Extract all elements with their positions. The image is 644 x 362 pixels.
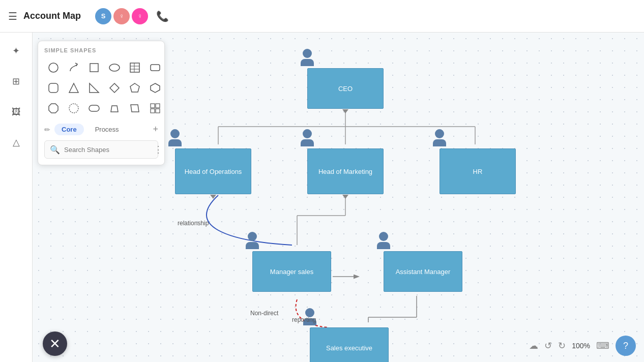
shape-hexagon[interactable] <box>146 79 164 97</box>
svg-marker-31 <box>131 105 139 112</box>
avatar-1: ♀ <box>113 8 130 24</box>
tab-add-icon[interactable]: + <box>153 124 158 135</box>
shape-ellipse[interactable] <box>105 58 124 77</box>
tab-process[interactable]: Process <box>88 124 126 135</box>
shape-circle[interactable] <box>44 58 63 77</box>
search-icon: 🔍 <box>50 145 60 155</box>
svg-point-13 <box>49 63 58 72</box>
shape-square[interactable] <box>85 58 103 77</box>
shape-curved[interactable] <box>65 58 83 77</box>
shape-table[interactable] <box>126 58 144 77</box>
svg-marker-25 <box>130 83 139 92</box>
shape-pentagon[interactable] <box>126 79 144 97</box>
manager-sales-node[interactable]: Manager sales <box>252 251 331 292</box>
head-ops-node[interactable]: Head of Operations <box>175 148 251 194</box>
nondirect-label: Non-direct <box>250 310 278 317</box>
shape-rounded-sq[interactable] <box>44 79 63 97</box>
help-button[interactable]: ? <box>616 336 636 356</box>
shape-grid2[interactable] <box>146 99 164 117</box>
relationship-label: relationship <box>178 220 209 227</box>
avatar-s: S <box>95 8 111 24</box>
svg-marker-26 <box>151 83 160 93</box>
ceo-person <box>301 49 314 66</box>
head-mkt-person <box>301 129 314 146</box>
shape-parallelogram[interactable] <box>126 99 144 117</box>
shape-diamond[interactable] <box>105 79 124 97</box>
svg-marker-23 <box>90 83 99 93</box>
head-ops-person <box>168 129 182 146</box>
search-more-icon[interactable]: ⋮ <box>154 144 163 155</box>
avatar-2: ♀ <box>132 8 148 24</box>
redo-icon[interactable]: ↻ <box>558 340 566 351</box>
asst-manager-person <box>377 232 390 249</box>
shape-trapezoid[interactable] <box>105 99 124 117</box>
cloud-icon[interactable]: ☁ <box>529 340 538 351</box>
head-mkt-node[interactable]: Head of Marketing <box>307 148 384 194</box>
svg-rect-29 <box>89 105 99 111</box>
left-sidebar: ✦ ⊞ 🖼 △ <box>0 33 33 362</box>
bottom-bar: ☁ ↺ ↻ 100% ⌨ ? <box>529 336 636 356</box>
keyboard-icon[interactable]: ⌨ <box>596 340 609 351</box>
svg-rect-14 <box>90 64 98 72</box>
fab-close[interactable]: ✕ <box>43 331 67 356</box>
search-box: 🔍 ⋮ <box>44 140 158 159</box>
collab-avatars: S ♀ ♀ <box>95 8 148 24</box>
svg-point-28 <box>69 104 78 113</box>
shape-octagon[interactable] <box>44 99 63 117</box>
shape-panel: SIMPLE SHAPES <box>38 41 165 165</box>
asst-manager-node[interactable]: Assistant Manager <box>384 251 462 292</box>
svg-rect-33 <box>156 104 160 108</box>
shape-right-triangle[interactable] <box>85 79 103 97</box>
zoom-level: 100% <box>572 342 590 350</box>
call-icon[interactable]: 📞 <box>156 10 169 22</box>
tab-edit-icon[interactable]: ✏ <box>44 126 50 134</box>
reporting-label: reporting <box>292 316 316 323</box>
search-input[interactable] <box>64 146 150 154</box>
svg-rect-21 <box>49 83 58 93</box>
sidebar-star[interactable]: ✦ <box>6 41 26 61</box>
sales-exec-node[interactable]: Sales executive <box>310 327 389 362</box>
hr-node[interactable]: HR <box>440 148 516 194</box>
svg-marker-24 <box>110 83 119 93</box>
shape-triangle[interactable] <box>65 79 83 97</box>
app-title: Account Map <box>23 11 81 21</box>
menu-icon[interactable]: ☰ <box>8 10 17 22</box>
svg-marker-27 <box>49 104 58 113</box>
svg-marker-30 <box>111 106 118 112</box>
sidebar-crop[interactable]: ⊞ <box>6 71 26 92</box>
svg-point-15 <box>109 64 120 71</box>
svg-rect-35 <box>156 109 160 113</box>
svg-rect-16 <box>130 63 139 72</box>
svg-marker-22 <box>69 83 78 93</box>
hr-person <box>433 129 446 146</box>
ceo-node[interactable]: CEO <box>307 68 384 109</box>
sidebar-shapes[interactable]: △ <box>6 132 26 153</box>
shape-tabs: ✏ Core Process + <box>44 124 158 135</box>
topbar: ☰ Account Map S ♀ ♀ 📞 <box>0 0 644 33</box>
sidebar-image[interactable]: 🖼 <box>6 102 26 122</box>
undo-icon[interactable]: ↺ <box>544 340 552 351</box>
shape-rounded-rect[interactable] <box>146 58 164 77</box>
tab-core[interactable]: Core <box>54 124 84 135</box>
shapes-grid <box>44 58 158 117</box>
shape-circle2[interactable] <box>65 99 83 117</box>
manager-sales-person <box>246 232 259 249</box>
svg-rect-20 <box>151 65 160 71</box>
svg-rect-32 <box>151 104 155 108</box>
shape-pill[interactable] <box>85 99 103 117</box>
svg-rect-34 <box>151 109 155 113</box>
shape-panel-title: SIMPLE SHAPES <box>44 47 158 53</box>
